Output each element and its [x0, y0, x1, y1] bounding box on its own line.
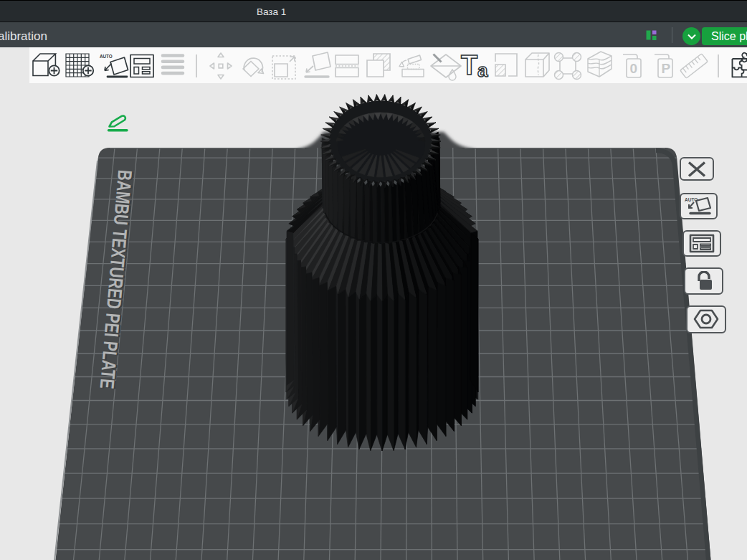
svg-text:AUTO: AUTO [100, 54, 113, 59]
svg-text:T: T [461, 50, 477, 80]
svg-text:P: P [662, 61, 671, 76]
svg-text:a: a [477, 60, 488, 81]
svg-text:0: 0 [630, 61, 638, 76]
